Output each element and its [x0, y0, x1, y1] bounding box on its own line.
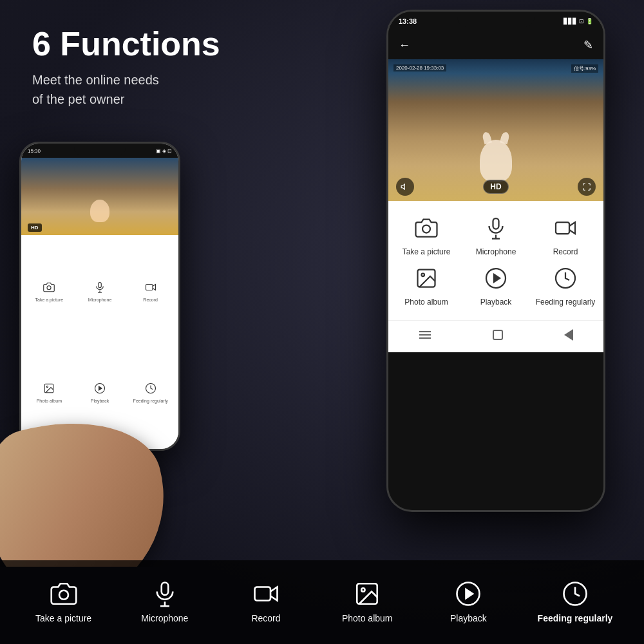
- svg-point-17: [59, 591, 68, 600]
- bottom-item-playback[interactable]: Playback: [436, 580, 500, 624]
- bottom-item-feeding[interactable]: Feeding regularly: [538, 580, 613, 624]
- func-item-album[interactable]: Photo album: [395, 264, 458, 308]
- grid-item-record-small: Record: [126, 242, 175, 341]
- bottom-item-mic[interactable]: Microphone: [133, 580, 197, 624]
- cam-feed-large: 2020-02-28 19:33:03 信号:93% HD: [388, 59, 603, 201]
- nav-menu-icon[interactable]: [419, 328, 431, 341]
- func-item-feeding[interactable]: Feeding regularly: [534, 264, 597, 308]
- content-wrapper: 6 Functions Meet the online needs of the…: [0, 0, 644, 644]
- svg-point-9: [422, 225, 430, 233]
- phone-large-body: 13:38 ▊▊▊ ⊡ 🔋 ← ✎ 2020-02-28 19:33:03 信号…: [386, 10, 605, 512]
- edit-icon[interactable]: ✎: [583, 38, 593, 52]
- bottom-item-album[interactable]: Photo album: [335, 580, 399, 624]
- bottom-playback-label: Playback: [450, 612, 487, 624]
- wifi-icon: ⊡: [579, 18, 584, 24]
- bottom-album-icon: [354, 580, 381, 607]
- func-item-camera[interactable]: Take a picture: [395, 214, 458, 258]
- status-large-icons: ▊▊▊ ⊡ 🔋: [564, 18, 593, 24]
- bottom-mic-icon: [151, 580, 178, 607]
- mic-icon-small: [94, 281, 106, 296]
- status-small-icons: ▣ ◈ ⊡: [156, 148, 172, 154]
- bottom-playback-icon: [455, 580, 482, 607]
- camera-label: Take a picture: [402, 247, 451, 258]
- svg-rect-18: [162, 582, 169, 594]
- record-label: Record: [553, 247, 578, 258]
- bottom-feeding-label: Feeding regularly: [538, 612, 613, 624]
- mic-label: Microphone: [476, 247, 516, 258]
- func-item-record[interactable]: Record: [534, 214, 597, 258]
- playback-label: Playback: [480, 298, 512, 308]
- bottom-record-label: Record: [251, 612, 280, 624]
- page-title: 6 Functions: [32, 26, 220, 62]
- label-camera-small: Take a picture: [35, 298, 64, 302]
- svg-rect-11: [556, 222, 569, 234]
- back-arrow-icon[interactable]: ←: [399, 39, 410, 52]
- func-item-mic[interactable]: Microphone: [464, 214, 527, 258]
- bottom-record-icon: [252, 580, 279, 607]
- feeding-label: Feeding regularly: [536, 298, 596, 308]
- playback-icon: [482, 264, 510, 292]
- signal-bars-icon: ▊▊▊: [564, 18, 577, 24]
- label-record-small: Record: [143, 298, 158, 302]
- phone-large-notch: [457, 12, 535, 27]
- cam-feed-small: HD: [21, 158, 178, 235]
- bottom-item-record[interactable]: Record: [234, 580, 298, 624]
- svg-rect-10: [493, 218, 499, 229]
- svg-point-0: [47, 285, 51, 289]
- svg-rect-1: [99, 282, 102, 287]
- hamburger-icon: [419, 334, 431, 336]
- mic-icon: [482, 214, 510, 242]
- status-large-time: 13:38: [399, 17, 417, 25]
- svg-marker-15: [494, 274, 500, 282]
- record-icon: [551, 214, 580, 242]
- phone-small-notch: [74, 144, 126, 155]
- cam-controls: HD: [388, 178, 603, 196]
- feeding-icon: [551, 264, 580, 292]
- app-topbar-large: ← ✎: [388, 31, 603, 59]
- fullscreen-button[interactable]: [578, 178, 596, 196]
- cat-shape: [480, 140, 512, 182]
- cam-signal: 信号:93%: [571, 64, 598, 73]
- svg-point-13: [422, 273, 425, 276]
- camera-icon: [412, 214, 440, 242]
- album-icon: [412, 264, 440, 292]
- grid-item-camera-small: Take a picture: [24, 242, 74, 341]
- bottom-mic-label: Microphone: [141, 612, 188, 624]
- svg-marker-23: [466, 589, 473, 598]
- volume-button[interactable]: [396, 178, 414, 196]
- bottom-item-camera[interactable]: Take a picture: [32, 580, 96, 624]
- grid-item-mic-small: Microphone: [75, 242, 125, 341]
- app-functions-grid: Take a picture Microphone: [388, 201, 603, 320]
- svg-marker-8: [401, 184, 404, 189]
- svg-rect-19: [255, 587, 271, 600]
- headline-block: 6 Functions Meet the online needs of the…: [32, 26, 220, 109]
- bottom-camera-label: Take a picture: [35, 612, 91, 624]
- svg-point-21: [361, 588, 365, 591]
- nav-home-icon[interactable]: [493, 330, 503, 340]
- nav-back-icon[interactable]: [564, 329, 573, 341]
- cam-timestamp: 2020-02-28 19:33:03: [393, 64, 446, 71]
- func-item-playback[interactable]: Playback: [464, 264, 527, 308]
- camera-icon-small: [43, 281, 55, 296]
- bottom-album-label: Photo album: [342, 612, 393, 624]
- subtitle: Meet the online needs of the pet owner: [32, 70, 220, 109]
- bottom-icons-bar: Take a picture Microphone Record: [0, 560, 644, 644]
- phone-large: 13:38 ▊▊▊ ⊡ 🔋 ← ✎ 2020-02-28 19:33:03 信号…: [386, 10, 605, 512]
- bottom-camera-icon: [50, 580, 77, 607]
- hd-badge-large[interactable]: HD: [483, 180, 508, 194]
- hd-badge-small: HD: [28, 223, 42, 232]
- nav-bar: [388, 320, 603, 352]
- hand-area: [0, 374, 219, 567]
- bottom-feeding-icon: [562, 580, 589, 607]
- record-icon-small: [145, 281, 156, 296]
- battery-icon: 🔋: [586, 18, 593, 24]
- hand-shape: [0, 399, 187, 567]
- status-small-time: 15:30: [28, 148, 41, 154]
- svg-rect-2: [146, 284, 153, 290]
- album-label: Photo album: [404, 298, 448, 308]
- label-mic-small: Microphone: [88, 298, 112, 302]
